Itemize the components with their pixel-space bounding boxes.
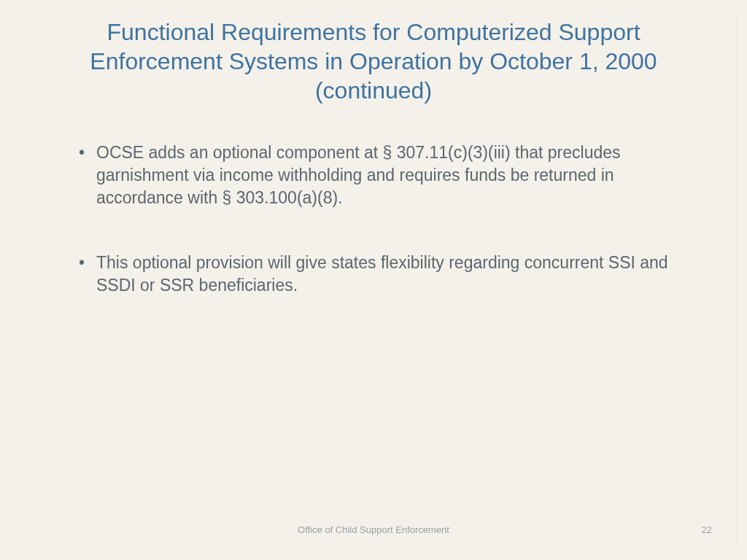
page-number: 22 — [702, 524, 712, 535]
slide-content: OCSE adds an optional component at § 307… — [10, 105, 737, 297]
bullet-list: OCSE adds an optional component at § 307… — [76, 141, 671, 297]
slide: Functional Requirements for Computerized… — [10, 10, 737, 550]
list-item: OCSE adds an optional component at § 307… — [76, 141, 671, 209]
footer-text: Office of Child Support Enforcement — [10, 524, 737, 535]
list-item: This optional provision will give states… — [76, 252, 671, 297]
slide-title: Functional Requirements for Computerized… — [10, 10, 737, 105]
